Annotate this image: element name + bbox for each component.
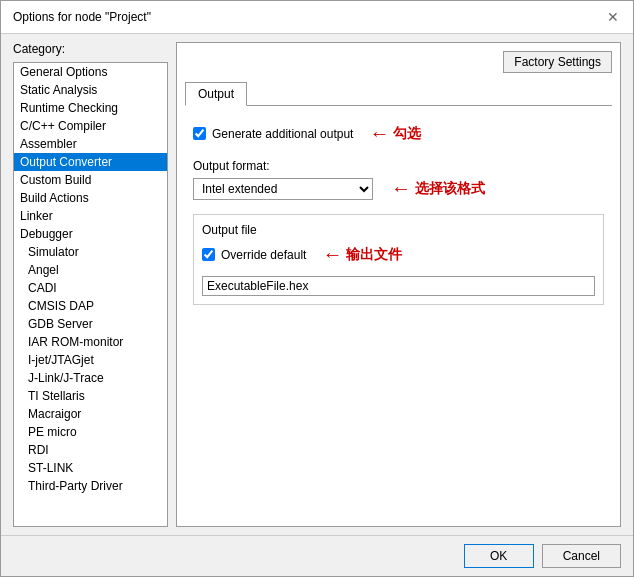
category-item[interactable]: Angel xyxy=(14,261,167,279)
select-row: Intel extendedMotorolaRaw binaryIntel he… xyxy=(193,177,604,200)
category-item[interactable]: RDI xyxy=(14,441,167,459)
category-item[interactable]: Linker xyxy=(14,207,167,225)
tab-output[interactable]: Output xyxy=(185,82,247,106)
category-item[interactable]: Build Actions xyxy=(14,189,167,207)
annotation-format: ← 选择该格式 xyxy=(391,177,485,200)
factory-settings-button[interactable]: Factory Settings xyxy=(503,51,612,73)
generate-output-label: Generate additional output xyxy=(212,127,353,141)
left-panel: Category: General OptionsStatic Analysis… xyxy=(13,42,168,527)
category-item[interactable]: C/C++ Compiler xyxy=(14,117,167,135)
category-item[interactable]: PE micro xyxy=(14,423,167,441)
tab-bar: Output xyxy=(185,81,612,106)
category-item[interactable]: General Options xyxy=(14,63,167,81)
arrow-icon-generate: ← xyxy=(369,122,389,145)
annotation-generate: ← 勾选 xyxy=(369,122,421,145)
category-item[interactable]: CMSIS DAP xyxy=(14,297,167,315)
category-item[interactable]: I-jet/JTAGjet xyxy=(14,351,167,369)
dialog-body: Category: General OptionsStatic Analysis… xyxy=(1,34,633,535)
category-item[interactable]: Debugger xyxy=(14,225,167,243)
file-name-input[interactable] xyxy=(202,276,595,296)
title-bar: Options for node "Project" ✕ xyxy=(1,1,633,34)
category-item[interactable]: IAR ROM-monitor xyxy=(14,333,167,351)
category-item[interactable]: Custom Build xyxy=(14,171,167,189)
generate-output-checkbox[interactable] xyxy=(193,127,206,140)
category-item[interactable]: TI Stellaris xyxy=(14,387,167,405)
annotation-text-output: 输出文件 xyxy=(346,246,402,264)
category-item[interactable]: GDB Server xyxy=(14,315,167,333)
output-file-title: Output file xyxy=(202,223,595,237)
content-area: Generate additional output ← 勾选 Output f… xyxy=(185,118,612,518)
override-default-label: Override default xyxy=(221,248,306,262)
right-panel: Factory Settings Output Generate additio… xyxy=(176,42,621,527)
category-item[interactable]: Runtime Checking xyxy=(14,99,167,117)
format-select[interactable]: Intel extendedMotorolaRaw binaryIntel he… xyxy=(193,178,373,200)
format-section: Output format: Intel extendedMotorolaRaw… xyxy=(193,159,604,200)
arrow-icon-output: ← xyxy=(322,243,342,266)
category-item[interactable]: Third-Party Driver xyxy=(14,477,167,495)
category-item[interactable]: CADI xyxy=(14,279,167,297)
annotation-output-file: ← 输出文件 xyxy=(322,243,402,266)
dialog-title: Options for node "Project" xyxy=(13,10,151,24)
annotation-text-generate: 勾选 xyxy=(393,125,421,143)
category-item[interactable]: Macraigor xyxy=(14,405,167,423)
category-item[interactable]: Simulator xyxy=(14,243,167,261)
category-item[interactable]: J-Link/J-Trace xyxy=(14,369,167,387)
category-item[interactable]: Static Analysis xyxy=(14,81,167,99)
generate-output-row: Generate additional output ← 勾选 xyxy=(193,122,604,145)
close-button[interactable]: ✕ xyxy=(605,9,621,25)
factory-btn-row: Factory Settings xyxy=(185,51,612,73)
category-item[interactable]: Output Converter xyxy=(14,153,167,171)
category-label: Category: xyxy=(13,42,168,56)
dialog-footer: OK Cancel xyxy=(1,535,633,576)
output-file-section: Output file Override default ← 输出文件 xyxy=(193,214,604,305)
category-item[interactable]: Assembler xyxy=(14,135,167,153)
format-label: Output format: xyxy=(193,159,604,173)
override-default-row: Override default ← 输出文件 xyxy=(202,243,595,266)
category-item[interactable]: ST-LINK xyxy=(14,459,167,477)
options-dialog: Options for node "Project" ✕ Category: G… xyxy=(0,0,634,577)
ok-button[interactable]: OK xyxy=(464,544,534,568)
cancel-button[interactable]: Cancel xyxy=(542,544,621,568)
override-default-checkbox[interactable] xyxy=(202,248,215,261)
annotation-text-format: 选择该格式 xyxy=(415,180,485,198)
category-list: General OptionsStatic AnalysisRuntime Ch… xyxy=(13,62,168,527)
arrow-icon-format: ← xyxy=(391,177,411,200)
